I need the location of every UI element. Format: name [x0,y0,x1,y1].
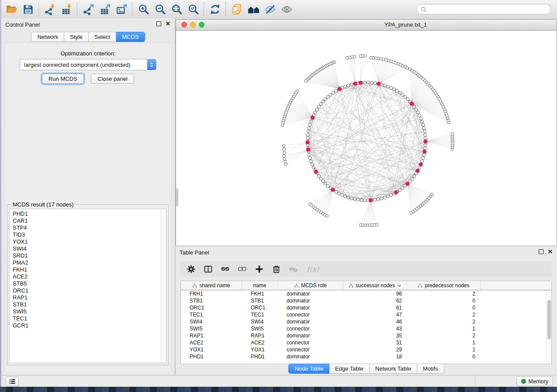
graph-node[interactable] [401,93,404,96]
cell-shared-name[interactable]: YOX1 [181,347,242,353]
mcds-result-item[interactable]: YOX1 [10,238,166,245]
graph-node[interactable] [424,147,427,150]
graph-hub-node[interactable] [419,163,422,166]
close-panel-button[interactable]: Close panel [91,74,134,84]
cell-name[interactable]: ACE2 [242,340,278,346]
graph-node[interactable] [370,81,373,84]
graph-node[interactable] [383,84,386,87]
graph-node[interactable] [308,157,311,160]
graph-leaf-node[interactable] [283,158,286,161]
tab-network[interactable]: Network [31,32,64,42]
mcds-result-item[interactable]: RAP1 [10,294,166,301]
graph-node[interactable] [415,108,418,111]
graph-hub-node[interactable] [377,82,381,86]
graph-node[interactable] [344,85,347,88]
graph-leaf-node[interactable] [283,151,286,155]
export-table-button[interactable] [97,1,113,17]
table-row[interactable]: ORC1ORC1dominator610 [181,304,551,311]
graph-node[interactable] [422,127,426,130]
add-row-button[interactable] [255,265,264,274]
network-canvas[interactable] [176,31,557,245]
search-input[interactable] [429,6,547,13]
table-row[interactable]: SWI5SWI5connector431 [181,325,551,332]
close-panel-icon[interactable]: ✕ [166,21,170,26]
cell-MCDS-role[interactable]: connector [278,326,343,332]
table-row[interactable]: TEC1TEC1connector472 [181,311,551,318]
graph-node[interactable] [419,117,422,120]
graph-node[interactable] [322,100,325,103]
cell-predecessor-nodes[interactable]: 2 [407,312,481,318]
export-network-button[interactable] [80,1,97,17]
graph-hub-node[interactable] [406,182,409,186]
open-folder-button[interactable] [3,1,20,17]
criterion-select[interactable]: largest connected component (undirected) [20,59,156,70]
table-scrollbar-thumb[interactable] [547,300,551,339]
zoom-in-button[interactable] [135,1,152,17]
zoom-fit-button[interactable] [168,1,185,17]
graph-node[interactable] [383,196,386,199]
graph-node[interactable] [401,186,404,189]
graph-node[interactable] [374,82,377,85]
graph-node[interactable] [335,89,338,93]
graph-node[interactable] [312,166,315,169]
graph-node[interactable] [422,157,425,160]
cell-name[interactable]: FKH1 [242,291,278,297]
graph-node[interactable] [353,198,356,201]
graph-node[interactable] [338,192,341,195]
graph-leaf-node[interactable] [359,55,362,58]
graph-hub-node[interactable] [306,141,309,144]
graph-node[interactable] [395,89,398,93]
graph-node[interactable] [406,98,409,101]
cell-shared-name[interactable]: ORC1 [181,305,242,311]
graph-node[interactable] [326,96,329,99]
cell-successor-nodes[interactable]: 46 [343,319,407,325]
export-image-button[interactable] [113,1,130,17]
cell-successor-nodes[interactable]: 62 [343,298,407,304]
graph-leaf-node[interactable] [304,79,308,83]
graph-node[interactable] [347,84,350,87]
mcds-result-item[interactable]: TEC1 [10,315,166,322]
graph-node[interactable] [413,175,416,178]
graph-node[interactable] [367,81,370,84]
mcds-result-item[interactable]: FKH1 [10,266,166,273]
graph-leaf-node[interactable] [283,155,286,158]
cell-MCDS-role[interactable]: dominator [278,291,343,297]
mcds-result-item[interactable]: GCR1 [10,322,166,329]
cell-shared-name[interactable]: SWI4 [181,319,242,325]
cell-name[interactable]: STB1 [242,298,278,304]
mcds-result-item[interactable]: STB5 [10,280,166,287]
table-row[interactable]: PHD1PHD1dominator180 [181,353,551,360]
graph-node[interactable] [306,133,309,136]
graph-node[interactable] [309,160,312,163]
mcds-result-item[interactable]: SRD1 [10,252,166,259]
cell-successor-nodes[interactable]: 47 [343,312,407,318]
cell-MCDS-role[interactable]: dominator [278,319,343,325]
graph-node[interactable] [363,199,367,202]
graph-node[interactable] [418,114,421,117]
table-row[interactable]: RAP1RAP1dominator352 [181,332,551,339]
close-table-panel-icon[interactable]: ✕ [548,249,553,254]
graph-hub-node[interactable] [394,191,398,194]
graph-leaf-node[interactable] [431,193,434,196]
graph-node[interactable] [390,193,393,196]
graph-hub-node[interactable] [410,102,413,105]
mcds-result-item[interactable]: TID3 [10,231,166,238]
graph-leaf-node[interactable] [451,133,454,136]
graph-node[interactable] [344,195,347,198]
graph-hub-node[interactable] [314,170,318,173]
graph-node[interactable] [329,93,332,96]
cell-predecessor-nodes[interactable]: 0 [407,298,481,304]
split-columns-button[interactable] [204,265,213,274]
cell-shared-name[interactable]: TEC1 [181,312,242,318]
graph-node[interactable] [335,190,338,193]
graph-node[interactable] [411,177,414,180]
mcds-result-item[interactable]: STB1 [10,301,166,308]
column-header-MCDS-role[interactable]: MCDS role [278,281,343,290]
float-table-panel-icon[interactable] [539,249,543,254]
mcds-result-list[interactable]: PHD1CAR1STP4TID3YOX1SWI4SRD1PMA2FKH1ACE2… [9,209,166,363]
tab-style[interactable]: Style [64,32,89,42]
cell-shared-name[interactable]: ACE2 [181,340,242,346]
mcds-result-item[interactable]: STP4 [10,224,166,231]
graph-node[interactable] [363,81,367,84]
cell-name[interactable]: TEC1 [242,312,278,318]
